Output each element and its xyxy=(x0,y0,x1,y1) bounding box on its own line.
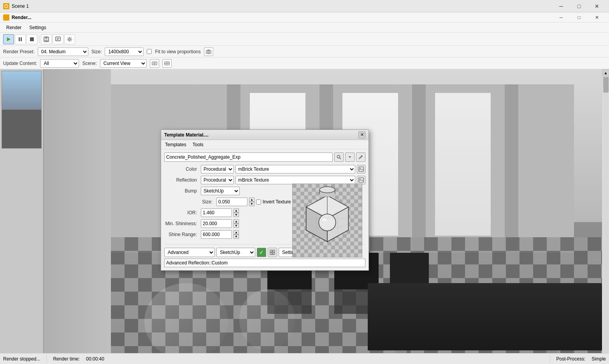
min-shininess-input[interactable] xyxy=(201,219,232,228)
svg-rect-23 xyxy=(359,167,363,172)
render-stop-button[interactable] xyxy=(26,34,37,44)
scroll-up-btn[interactable]: ▲ xyxy=(602,69,609,76)
size-down-btn[interactable]: ▼ xyxy=(249,202,254,206)
svg-point-20 xyxy=(337,156,340,158)
color-type-select[interactable]: Procedural Texture Color xyxy=(201,165,234,173)
maximize-button[interactable]: □ xyxy=(570,0,588,12)
render-status-text: Render stopped... xyxy=(3,356,40,362)
color-texture-select[interactable]: mBrick Texture mGradient Texture mNoise … xyxy=(235,165,355,173)
material-search-input[interactable] xyxy=(164,152,333,162)
size-prop-label: Size: xyxy=(199,199,215,205)
dialog-menu-bar: Templates Tools xyxy=(161,140,369,149)
preset-select[interactable]: 04. Medium 01. Draft 02. Low 03. High 05… xyxy=(38,47,88,56)
shine-range-spinner[interactable]: ▲ ▼ xyxy=(233,230,239,239)
search-row xyxy=(164,152,365,162)
render-time-label: Render time: xyxy=(53,356,80,362)
invert-label: Invert Texture xyxy=(263,199,291,205)
settings-button[interactable] xyxy=(64,34,75,44)
left-panel xyxy=(0,69,44,364)
size-spinner[interactable]: ▲ ▼ xyxy=(249,198,254,206)
fit-checkbox[interactable] xyxy=(147,49,152,54)
app-close-button[interactable]: ✕ xyxy=(588,11,606,24)
type-select[interactable]: Advanced Simple Custom xyxy=(164,248,215,257)
scene-select[interactable]: Current View All Scenes xyxy=(100,59,147,68)
post-process-value: Simple xyxy=(591,356,606,362)
save-image-button[interactable] xyxy=(41,34,52,44)
render-pause-button[interactable] xyxy=(15,34,26,44)
render-play-button[interactable] xyxy=(3,34,14,44)
menu-render[interactable]: Render xyxy=(3,24,25,31)
status-divider-2 xyxy=(550,355,550,363)
size-input[interactable] xyxy=(216,198,247,206)
window-title: Scene 1 xyxy=(12,4,29,9)
svg-rect-4 xyxy=(21,37,22,41)
menu-bar: Render Settings xyxy=(0,23,609,33)
bump-label: Bump xyxy=(164,188,199,194)
reflection-type-select[interactable]: Procedural Texture Color xyxy=(201,176,234,184)
ior-label: IOR: xyxy=(164,210,199,215)
camera-icon-btn[interactable] xyxy=(204,47,213,56)
options-bar-2: Update Content: All Modified None Scene:… xyxy=(0,58,609,69)
dialog-status: Advanced Reflection::Custom xyxy=(164,259,365,267)
scene-icon-btn[interactable] xyxy=(150,59,159,68)
minimize-button[interactable]: ─ xyxy=(552,0,570,12)
main-area: Template Material.... ✕ Templates Tools xyxy=(0,69,609,364)
min-shininess-down-btn[interactable]: ▼ xyxy=(233,224,239,228)
reflection-image-btn[interactable] xyxy=(357,176,365,184)
material-preview xyxy=(292,184,362,257)
view-icon-btn[interactable] xyxy=(162,59,172,68)
min-shininess-up-btn[interactable]: ▲ xyxy=(233,219,239,224)
svg-rect-7 xyxy=(45,40,48,41)
shine-range-input[interactable] xyxy=(201,230,232,239)
svg-rect-3 xyxy=(19,37,20,41)
window-controls: ─ □ ✕ xyxy=(552,0,606,12)
menu-settings[interactable]: Settings xyxy=(26,24,49,31)
svg-marker-22 xyxy=(349,156,351,158)
min-shininess-label: Min. Shininess: xyxy=(164,221,199,226)
app-maximize-button[interactable]: □ xyxy=(570,11,588,24)
app-title: Render... xyxy=(12,15,32,20)
render-time-value: 00:00:40 xyxy=(86,356,104,362)
dialog-menu-tools[interactable]: Tools xyxy=(190,141,206,148)
close-button[interactable]: ✕ xyxy=(588,0,606,12)
invert-checkbox[interactable] xyxy=(256,200,261,205)
svg-point-12 xyxy=(69,38,71,40)
dialog-close-button[interactable]: ✕ xyxy=(358,131,365,138)
svg-rect-15 xyxy=(152,62,157,65)
dropdown-arrow-btn[interactable] xyxy=(345,152,355,162)
ior-spinner[interactable]: ▲ ▼ xyxy=(233,208,239,217)
ior-up-btn[interactable]: ▲ xyxy=(233,208,239,213)
size-select[interactable]: 1400x800 800x600 1024x768 1920x1080 xyxy=(105,47,144,56)
min-shininess-spinner[interactable]: ▲ ▼ xyxy=(233,219,239,228)
svg-rect-25 xyxy=(359,178,363,182)
export-button[interactable] xyxy=(53,34,63,44)
engine-select[interactable]: SketchUp V-Ray Mental Ray xyxy=(216,248,255,257)
post-process-label: Post-Process: xyxy=(556,356,586,362)
ior-input[interactable] xyxy=(201,208,232,217)
svg-rect-54 xyxy=(270,250,272,252)
ior-down-btn[interactable]: ▼ xyxy=(233,213,239,217)
app-minimize-button[interactable]: ─ xyxy=(552,11,570,24)
vertical-scrollbar[interactable]: ▲ ▼ xyxy=(602,69,609,364)
material-dialog: Template Material.... ✕ Templates Tools xyxy=(161,130,369,271)
svg-rect-57 xyxy=(273,253,275,255)
shine-range-down-btn[interactable]: ▼ xyxy=(233,234,239,239)
options-bar-1: Render Preset: 04. Medium 01. Draft 02. … xyxy=(0,46,609,58)
scroll-thumb[interactable] xyxy=(603,77,609,93)
color-image-btn[interactable] xyxy=(357,165,365,173)
apply-button[interactable]: ✓ xyxy=(257,248,266,257)
search-icon-btn[interactable] xyxy=(334,152,344,162)
svg-rect-5 xyxy=(30,37,34,41)
title-bar: Scene 1 ─ □ ✕ xyxy=(0,0,609,12)
render-viewport: Template Material.... ✕ Templates Tools xyxy=(44,69,602,364)
wrench-icon-btn[interactable] xyxy=(356,152,365,162)
shine-range-up-btn[interactable]: ▲ xyxy=(233,230,239,234)
grid-icon-btn[interactable] xyxy=(268,248,277,257)
svg-rect-9 xyxy=(56,37,60,41)
update-select[interactable]: All Modified None xyxy=(40,59,79,68)
reflection-texture-select[interactable]: mBrick Texture mGradient Texture mNoise … xyxy=(235,176,355,184)
bump-type-select[interactable]: SketchUp Procedural Texture xyxy=(201,187,240,195)
size-up-btn[interactable]: ▲ xyxy=(249,198,254,202)
status-bar: Render stopped... Render time: 00:00:40 … xyxy=(0,353,609,364)
dialog-menu-templates[interactable]: Templates xyxy=(163,141,189,148)
